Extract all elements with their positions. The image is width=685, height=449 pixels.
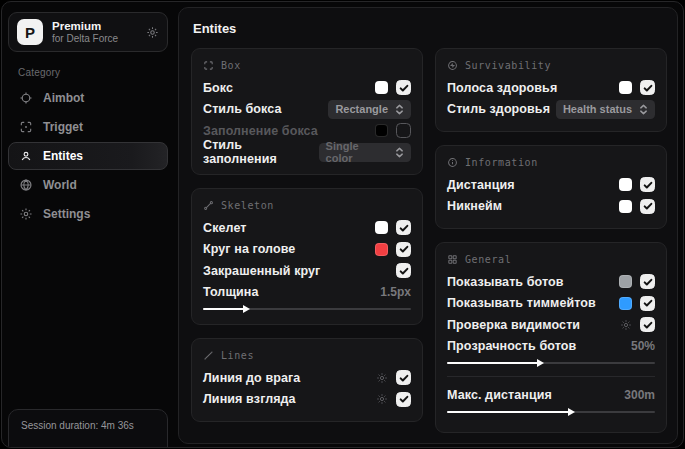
health-style-dropdown[interactable]: Health status (556, 100, 655, 119)
setting-row: Скелет (203, 217, 411, 239)
card-header-label: Survivability (465, 60, 551, 71)
setting-row: Полоса здоровья (447, 77, 655, 99)
app-window: P Premium for Delta Force Category Aimbo… (1, 1, 684, 448)
checkbox[interactable] (640, 296, 655, 311)
heart-pulse-icon (447, 60, 458, 71)
color-swatch[interactable] (619, 81, 632, 94)
checkbox[interactable] (396, 242, 411, 257)
checkbox[interactable] (396, 220, 411, 235)
setting-row: Бокс (203, 77, 411, 99)
unfold-icon (639, 104, 648, 115)
setting-row: Стиль бокса Rectangle (203, 99, 411, 121)
trigger-scope-icon (19, 120, 33, 134)
fill-style-dropdown[interactable]: Single color (319, 143, 411, 162)
card-header-label: General (465, 254, 511, 265)
setting-row: Показывать ботов (447, 271, 655, 293)
checkbox[interactable] (640, 317, 655, 332)
sidebar-item-aimbot[interactable]: Aimbot (8, 84, 168, 112)
thickness-value: 1.5px (380, 285, 411, 299)
session-duration-box: Session duration: 4m 36s (8, 409, 168, 448)
gear-icon (19, 207, 33, 221)
setting-row: Проверка видимости (447, 314, 655, 336)
crosshair-icon (19, 91, 33, 105)
color-swatch[interactable] (619, 297, 632, 310)
sidebar-item-label: Aimbot (43, 91, 84, 105)
gear-icon[interactable] (146, 26, 159, 39)
sidebar-item-label: World (43, 178, 77, 192)
sidebar-item-label: Settings (43, 207, 90, 221)
checkbox[interactable] (640, 177, 655, 192)
globe-icon (19, 178, 33, 192)
slider-thumb[interactable] (537, 359, 544, 367)
setting-row: Макс. дистанция 300m (447, 384, 655, 406)
gear-icon[interactable] (376, 393, 388, 405)
divider (447, 376, 655, 377)
bot-opacity-slider[interactable] (447, 359, 655, 367)
page-title: Entites (193, 21, 667, 36)
setting-row: Прозрачность ботов 50% (447, 336, 655, 358)
max-distance-value: 300m (624, 388, 655, 402)
color-swatch[interactable] (619, 200, 632, 213)
checkbox[interactable] (640, 199, 655, 214)
session-duration-label: Session duration: 4m 36s (21, 420, 134, 431)
checkbox[interactable] (396, 263, 411, 278)
sidebar-item-label: Trigget (43, 120, 83, 134)
category-label: Category (18, 67, 168, 78)
bot-opacity-value: 50% (631, 339, 655, 353)
checkbox[interactable] (640, 274, 655, 289)
color-swatch[interactable] (619, 275, 632, 288)
sidebar-nav: Aimbot Trigget Entites World (8, 84, 168, 228)
setting-row: Линия до врага (203, 367, 411, 389)
box-icon (203, 60, 214, 71)
color-swatch[interactable] (375, 81, 388, 94)
sidebar-item-entites[interactable]: Entites (8, 142, 168, 170)
brand-card: P Premium for Delta Force (8, 12, 168, 52)
gear-icon[interactable] (620, 319, 632, 331)
unfold-icon (395, 104, 404, 115)
gear-icon[interactable] (376, 372, 388, 384)
sidebar-item-trigget[interactable]: Trigget (8, 113, 168, 141)
left-column: Box Бокс Стиль бокса Rectangle (191, 48, 423, 422)
color-swatch[interactable] (375, 124, 388, 137)
sidebar-item-label: Entites (43, 149, 83, 163)
general-card: General Показывать ботов Показывать тимм… (435, 242, 667, 433)
box-card: Box Бокс Стиль бокса Rectangle (191, 48, 423, 175)
setting-row: Толщина 1.5px (203, 282, 411, 304)
box-style-dropdown[interactable]: Rectangle (328, 100, 411, 119)
info-icon (447, 157, 458, 168)
checkbox[interactable] (396, 392, 411, 407)
setting-row: Линия взгляда (203, 389, 411, 411)
brand-subtitle: for Delta Force (52, 33, 137, 45)
setting-row: Закрашенный круг (203, 260, 411, 282)
checkbox[interactable] (396, 370, 411, 385)
survivability-card: Survivability Полоса здоровья Стиль здор… (435, 48, 667, 132)
entity-scan-icon (19, 149, 33, 163)
max-distance-slider[interactable] (447, 408, 655, 416)
color-swatch[interactable] (375, 221, 388, 234)
grid-icon (447, 254, 458, 265)
right-column: Survivability Полоса здоровья Стиль здор… (435, 48, 667, 433)
card-header-label: Lines (221, 350, 254, 361)
color-swatch[interactable] (619, 178, 632, 191)
information-card: Information Дистанция Никнейм (435, 145, 667, 229)
lines-card: Lines Линия до врага Линия взгляда (191, 338, 423, 422)
setting-row: Круг на голове (203, 239, 411, 261)
skeleton-card: Skeleton Скелет Круг на голове (191, 188, 423, 325)
main-panel: Entites Box Бокс (178, 7, 678, 444)
brand-title: Premium (52, 20, 137, 33)
checkbox[interactable] (396, 123, 411, 138)
checkbox[interactable] (640, 80, 655, 95)
sidebar: P Premium for Delta Force Category Aimbo… (2, 2, 174, 447)
thickness-slider[interactable] (203, 305, 411, 313)
setting-row: Показывать тиммейтов (447, 293, 655, 315)
card-header-label: Box (221, 60, 241, 71)
checkbox[interactable] (396, 80, 411, 95)
slider-thumb[interactable] (568, 408, 575, 416)
setting-row: Стиль заполнения Single color (203, 142, 411, 164)
card-header-label: Information (465, 157, 538, 168)
slider-thumb[interactable] (243, 305, 250, 313)
color-swatch[interactable] (375, 243, 388, 256)
sidebar-item-world[interactable]: World (8, 171, 168, 199)
setting-row: Дистанция (447, 174, 655, 196)
sidebar-item-settings[interactable]: Settings (8, 200, 168, 228)
